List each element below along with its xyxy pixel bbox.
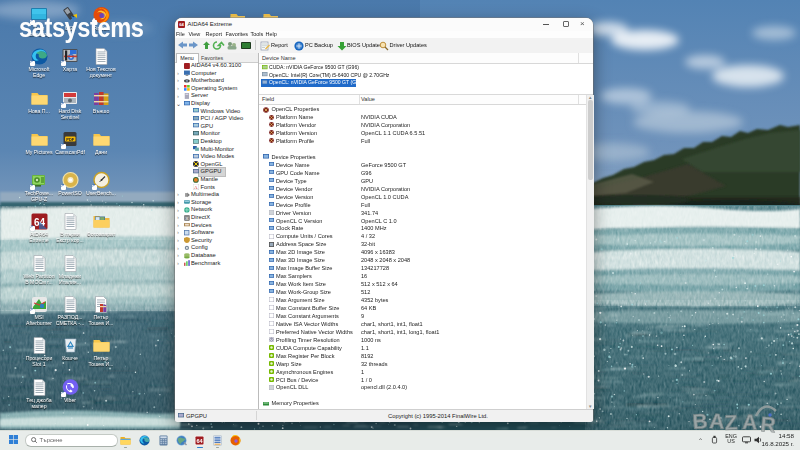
svg-text:B: B <box>692 409 709 433</box>
svg-text:A: A <box>194 185 198 190</box>
svg-text:64: 64 <box>179 22 184 27</box>
svg-text:Z: Z <box>724 410 738 434</box>
svg-text:A: A <box>742 410 758 434</box>
svg-text:64: 64 <box>196 438 203 444</box>
svg-text:A: A <box>709 409 725 433</box>
svg-text:R: R <box>760 412 777 436</box>
svg-text:X: X <box>185 215 188 220</box>
